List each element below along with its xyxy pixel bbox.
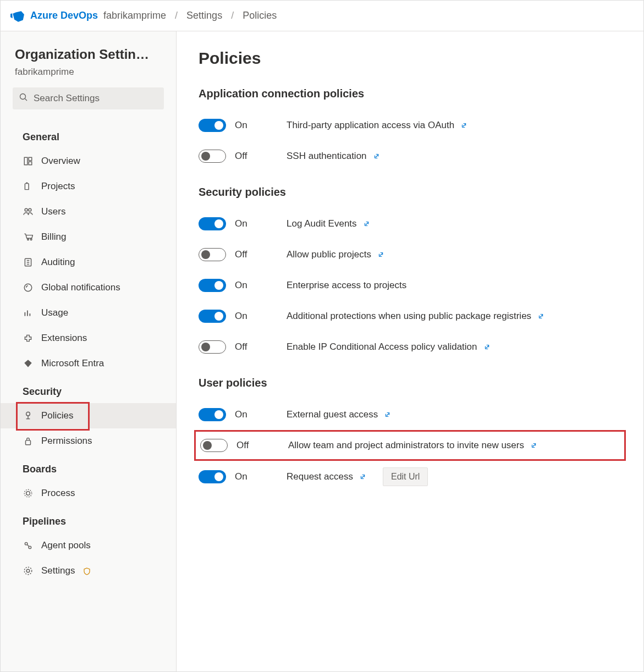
toggle-switch[interactable] — [199, 470, 226, 483]
permissions-icon — [23, 436, 34, 447]
toggle-switch[interactable] — [199, 150, 226, 163]
sidebar: Organization Settin… fabrikamprime Searc… — [1, 31, 177, 671]
toggle-switch[interactable] — [199, 310, 226, 323]
main-content: Policies Application connection policies… — [177, 31, 643, 671]
shield-icon — [84, 567, 90, 575]
svg-point-20 — [24, 489, 32, 497]
svg-point-22 — [29, 546, 31, 549]
entra-icon — [23, 358, 34, 369]
toggle-switch[interactable] — [199, 119, 226, 132]
policy-label: Allow public projects — [287, 249, 371, 260]
search-settings-input[interactable]: Search Settings — [13, 87, 164, 109]
sidebar-group-security: Security — [1, 376, 176, 403]
azure-devops-logo-icon — [10, 9, 25, 23]
external-link-icon[interactable] — [530, 441, 538, 450]
external-link-icon[interactable] — [372, 152, 381, 161]
notify-icon — [23, 282, 34, 293]
external-link-icon[interactable] — [377, 250, 386, 259]
sidebar-item-label: Microsoft Entra — [41, 358, 104, 369]
external-link-icon[interactable] — [359, 472, 367, 481]
sidebar-item-process[interactable]: Process — [1, 481, 176, 506]
toggle-switch[interactable] — [199, 248, 226, 261]
svg-point-6 — [29, 208, 31, 211]
sidebar-item-usage[interactable]: Usage — [1, 300, 176, 326]
settings-icon — [23, 565, 34, 576]
svg-line-1 — [25, 98, 27, 101]
svg-point-7 — [27, 239, 29, 240]
sidebar-item-label: Billing — [41, 232, 66, 243]
sidebar-item-extensions[interactable]: Extensions — [1, 326, 176, 351]
policy-row: OnRequest accessEdit Url — [199, 461, 621, 493]
policy-label: Request access — [287, 471, 353, 482]
section-title: User policies — [199, 377, 621, 389]
toggle-state-label: Off — [235, 341, 247, 352]
policy-label: Log Audit Events — [287, 218, 357, 229]
sidebar-item-permissions[interactable]: Permissions — [1, 428, 176, 454]
svg-point-25 — [24, 567, 32, 575]
svg-point-5 — [25, 208, 27, 211]
page-title: Policies — [199, 49, 621, 68]
sidebar-item-label: Auditing — [41, 257, 75, 268]
sidebar-group-pipelines: Pipelines — [1, 506, 176, 533]
toggle-switch[interactable] — [199, 279, 226, 292]
policy-label: External guest access — [287, 409, 378, 420]
edit-url-button[interactable]: Edit Url — [383, 467, 428, 486]
sidebar-item-settings[interactable]: Settings — [1, 558, 176, 583]
sidebar-item-overview[interactable]: Overview — [1, 148, 176, 174]
breadcrumb-policies[interactable]: Policies — [243, 10, 277, 21]
external-link-icon[interactable] — [362, 219, 371, 228]
policy-label: Third-party application access via OAuth — [287, 120, 454, 131]
toggle-switch[interactable] — [199, 217, 226, 230]
breadcrumb-settings[interactable]: Settings — [186, 10, 222, 21]
sidebar-item-users[interactable]: Users — [1, 199, 176, 224]
toggle-switch[interactable] — [200, 439, 228, 452]
policy-row: OffEnable IP Conditional Access policy v… — [199, 332, 621, 362]
toggle-switch[interactable] — [199, 408, 226, 421]
sidebar-item-label: Process — [41, 488, 75, 499]
sidebar-item-label: Extensions — [41, 333, 87, 344]
toggle-state-label: On — [235, 471, 247, 482]
brand-name[interactable]: Azure DevOps — [30, 10, 98, 21]
svg-point-8 — [30, 239, 32, 240]
external-link-icon[interactable] — [537, 312, 546, 321]
svg-rect-3 — [29, 157, 32, 161]
agent-icon — [23, 540, 34, 551]
search-icon — [19, 93, 28, 104]
svg-point-21 — [25, 542, 27, 545]
process-icon — [23, 488, 34, 499]
sidebar-item-policies[interactable]: Policies — [1, 403, 176, 428]
policy-label: Enterprise access to projects — [287, 280, 406, 291]
external-link-icon[interactable] — [383, 410, 392, 419]
sidebar-item-billing[interactable]: Billing — [1, 224, 176, 250]
svg-line-23 — [27, 544, 29, 546]
usage-icon — [23, 307, 34, 318]
sidebar-item-label: Overview — [41, 156, 80, 167]
billing-icon — [23, 232, 34, 243]
policy-label: Allow team and project administrators to… — [288, 440, 524, 451]
section-title: Application connection policies — [199, 87, 621, 100]
policy-row: OffAllow public projects — [199, 239, 621, 270]
policy-label: Enable IP Conditional Access policy vali… — [287, 341, 477, 352]
sidebar-item-global-notifications[interactable]: Global notifications — [1, 275, 176, 300]
toggle-state-label: On — [235, 218, 247, 229]
policy-row: OnLog Audit Events — [199, 208, 621, 239]
breadcrumb-sep: / — [172, 10, 181, 21]
external-link-icon[interactable] — [483, 343, 492, 351]
sidebar-item-projects[interactable]: Projects — [1, 174, 176, 199]
policy-row: OnAdditional protections when using publ… — [199, 301, 621, 332]
sidebar-item-microsoft-entra[interactable]: Microsoft Entra — [1, 351, 176, 376]
external-link-icon[interactable] — [460, 121, 469, 130]
policy-label: SSH authentication — [287, 151, 367, 162]
breadcrumb-sep: / — [228, 10, 237, 21]
sidebar-item-agent-pools[interactable]: Agent pools — [1, 533, 176, 558]
sidebar-item-label: Policies — [41, 410, 74, 421]
breadcrumb-org[interactable]: fabrikamprime — [103, 10, 166, 21]
extensions-icon — [23, 333, 34, 344]
sidebar-item-auditing[interactable]: Auditing — [1, 250, 176, 275]
svg-rect-4 — [29, 162, 32, 165]
policy-row: OffAllow team and project administrators… — [194, 430, 626, 461]
toggle-switch[interactable] — [199, 340, 226, 354]
sidebar-title: Organization Settin… — [1, 47, 176, 62]
policy-row: OffSSH authentication — [199, 141, 621, 172]
search-placeholder: Search Settings — [34, 93, 100, 104]
